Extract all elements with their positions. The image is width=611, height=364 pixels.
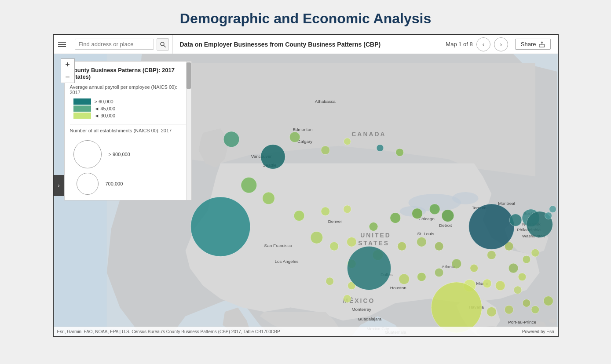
svg-point-74	[399, 274, 409, 284]
circle-label-1: > 900,000	[109, 152, 130, 157]
circle-swatch-2	[77, 173, 99, 195]
svg-point-52	[262, 192, 274, 204]
svg-point-79	[487, 251, 496, 259]
svg-point-59	[347, 237, 356, 247]
search-icon	[160, 41, 166, 47]
attribution-bar: Esri, Garmin, FAO, NOAA, EPA | U.S. Cens…	[54, 327, 558, 336]
svg-point-53	[190, 197, 250, 256]
color-label-3: ◄ 30,000	[95, 113, 116, 118]
svg-point-62	[412, 208, 422, 219]
svg-point-82	[522, 255, 530, 263]
menu-button[interactable]	[54, 35, 71, 54]
svg-point-51	[241, 177, 256, 193]
svg-point-83	[531, 249, 539, 257]
share-button[interactable]: Share	[515, 39, 551, 50]
circle-level-2: 700,000	[73, 173, 123, 195]
search-button[interactable]	[157, 38, 169, 51]
svg-text:STATES: STATES	[358, 240, 389, 247]
circle-label-2: 700,000	[106, 181, 123, 186]
circle-swatch-1	[73, 140, 102, 168]
color-label-2: ◄ 45,000	[95, 106, 116, 111]
attribution-right: Powered by Esri	[522, 329, 554, 334]
svg-point-100	[543, 296, 553, 306]
svg-text:Los Angeles: Los Angeles	[274, 259, 298, 264]
svg-point-98	[522, 299, 530, 307]
svg-point-78	[470, 264, 478, 272]
svg-point-57	[310, 231, 322, 244]
svg-point-95	[431, 282, 482, 333]
svg-point-81	[509, 263, 518, 273]
search-input[interactable]	[75, 39, 154, 50]
sidebar-toggle-icon: ›	[58, 182, 60, 189]
svg-point-86	[495, 281, 505, 291]
svg-point-70	[326, 277, 333, 285]
svg-text:Denver: Denver	[328, 219, 342, 224]
color-label-1: > 60,000	[95, 99, 113, 104]
svg-point-50	[395, 149, 403, 157]
svg-text:Montreal: Montreal	[498, 201, 515, 206]
prev-map-button[interactable]: ‹	[476, 37, 490, 51]
color-swatch-1	[73, 98, 91, 105]
svg-point-75	[417, 273, 426, 281]
svg-line-1	[164, 45, 165, 47]
svg-point-49	[376, 145, 383, 152]
svg-point-85	[483, 279, 491, 288]
dataset-title: Data on Employer Businesses from County …	[180, 41, 381, 48]
legend-scrollbar[interactable]	[186, 62, 191, 200]
sidebar-toggle-button[interactable]: ›	[54, 175, 64, 196]
map-container: Data on Employer Businesses from County …	[53, 34, 559, 337]
hamburger-icon	[58, 42, 66, 47]
map-of-label: Map 1 of 8	[446, 41, 472, 47]
svg-text:Detroit: Detroit	[439, 223, 452, 228]
svg-text:Monterrey: Monterrey	[351, 307, 371, 312]
circle-legend: > 900,000 700,000	[70, 137, 186, 195]
svg-point-68	[417, 237, 426, 247]
svg-point-44	[223, 131, 239, 147]
svg-point-58	[329, 242, 338, 251]
svg-text:Edmonton: Edmonton	[293, 127, 312, 132]
svg-point-96	[487, 307, 496, 317]
zoom-out-button[interactable]: −	[61, 71, 75, 83]
svg-text:San Francisco: San Francisco	[264, 243, 292, 248]
svg-point-54	[294, 211, 304, 221]
share-label: Share	[521, 41, 536, 47]
svg-text:Athabasca: Athabasca	[315, 99, 335, 104]
svg-point-94	[549, 206, 556, 213]
map-nav-area: Map 1 of 8 ‹ › Share	[446, 37, 550, 51]
zoom-controls: + −	[61, 58, 75, 83]
svg-point-56	[343, 205, 351, 213]
color-scale-subtitle: Average annual payroll per employee (NAI…	[70, 84, 186, 95]
svg-point-63	[429, 204, 440, 215]
svg-point-60	[369, 222, 378, 231]
share-icon	[539, 41, 545, 47]
svg-point-67	[397, 242, 406, 251]
svg-point-55	[321, 207, 329, 216]
svg-text:Houston: Houston	[390, 285, 406, 290]
svg-point-73	[347, 246, 391, 290]
svg-point-64	[442, 210, 454, 222]
svg-point-87	[518, 273, 526, 281]
legend-divider	[70, 124, 186, 124]
svg-point-61	[390, 213, 400, 223]
svg-text:Guadalajara: Guadalajara	[358, 317, 382, 321]
svg-point-6	[452, 192, 478, 204]
circle-scale-subtitle: Number of all establishments (NAICS 00):…	[70, 128, 186, 133]
zoom-in-button[interactable]: +	[61, 58, 75, 71]
svg-point-72	[343, 295, 351, 303]
svg-text:UNITED: UNITED	[360, 232, 391, 239]
attribution-left: Esri, Garmin, FAO, NOAA, EPA | U.S. Cens…	[57, 329, 280, 334]
svg-point-99	[531, 306, 539, 313]
svg-point-88	[514, 286, 522, 294]
next-map-button[interactable]: ›	[494, 37, 508, 51]
svg-point-48	[344, 138, 351, 145]
map-toolbar: Data on Employer Businesses from County …	[54, 35, 558, 54]
svg-point-46	[289, 132, 300, 142]
scroll-thumb	[187, 62, 191, 89]
color-level-2: ◄ 45,000	[73, 106, 186, 112]
svg-point-76	[435, 268, 443, 277]
svg-point-10	[549, 318, 556, 323]
search-box	[71, 35, 173, 54]
svg-point-45	[260, 145, 285, 169]
page-wrapper: Demographic and Economic Analysis Data	[0, 0, 611, 364]
svg-point-97	[505, 305, 513, 314]
